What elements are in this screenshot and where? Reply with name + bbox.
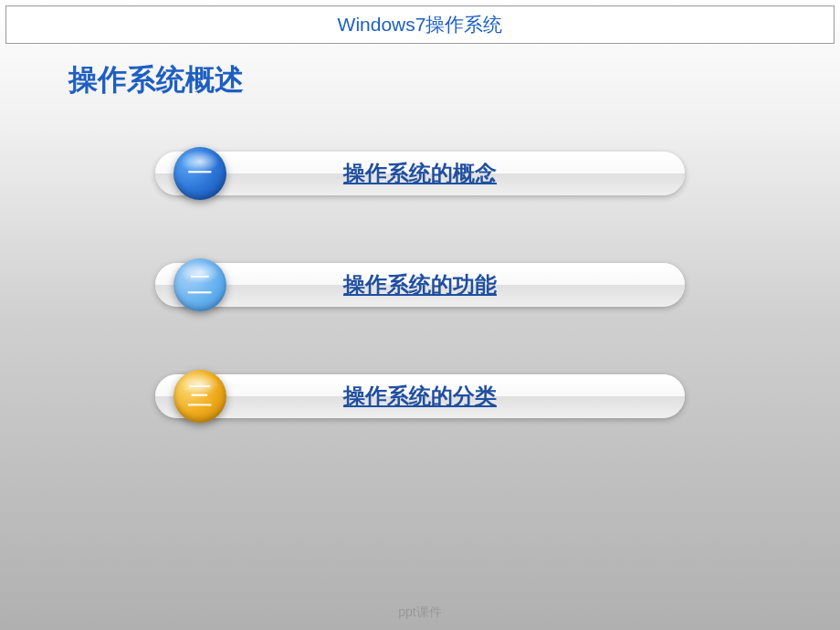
footer-text: ppt课件 — [0, 604, 840, 621]
header-title: Windows7操作系统 — [338, 12, 503, 37]
section-title: 操作系统概述 — [68, 60, 840, 100]
items-list: 操作系统的概念 一 操作系统的功能 二 操作系统的分类 三 — [0, 151, 840, 419]
badge-number: 一 — [187, 156, 213, 191]
item-pill[interactable]: 操作系统的概念 — [155, 152, 685, 195]
list-item: 操作系统的功能 二 — [155, 262, 685, 308]
item-pill[interactable]: 操作系统的功能 — [155, 263, 685, 307]
badge-one-icon: 一 — [173, 147, 226, 200]
item-link-2[interactable]: 操作系统的功能 — [343, 270, 497, 299]
badge-two-icon: 二 — [173, 258, 226, 311]
item-link-3[interactable]: 操作系统的分类 — [343, 382, 497, 411]
badge-number: 二 — [187, 268, 213, 302]
item-pill[interactable]: 操作系统的分类 — [155, 374, 685, 418]
badge-number: 三 — [187, 379, 213, 414]
item-link-1[interactable]: 操作系统的概念 — [343, 159, 497, 188]
header-box: Windows7操作系统 — [5, 5, 835, 44]
list-item: 操作系统的概念 一 — [155, 151, 685, 196]
badge-three-icon: 三 — [173, 370, 226, 423]
list-item: 操作系统的分类 三 — [155, 373, 685, 419]
